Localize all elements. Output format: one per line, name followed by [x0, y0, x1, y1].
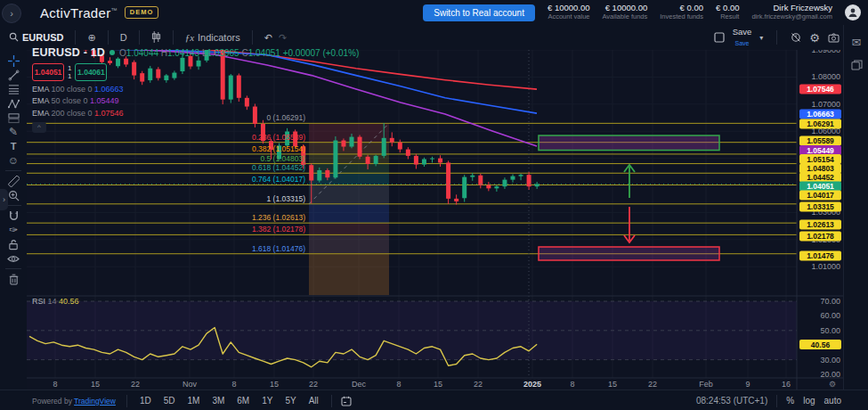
candle-body: [390, 138, 394, 143]
rail-divider: [5, 170, 21, 171]
trend-icon[interactable]: [4, 68, 23, 82]
buy-button[interactable]: 1.04061: [75, 63, 107, 81]
price-badge-text: 1.06291: [807, 119, 834, 128]
layout-icon[interactable]: [714, 32, 725, 43]
range-1m[interactable]: 1M: [187, 396, 199, 406]
account-stat: € 0.00Result: [716, 4, 739, 21]
log-scale-button[interactable]: log: [803, 396, 815, 406]
time-axis-label[interactable]: 15: [608, 380, 617, 389]
symbol-search[interactable]: EURUSD: [9, 32, 63, 44]
fib-band: [309, 143, 389, 154]
bottom-bar: Powered by TradingView 1D5D1M3M6M1Y5YAll…: [0, 390, 868, 410]
crosshair-icon[interactable]: [4, 53, 23, 68]
legend-collapse-button[interactable]: ^: [32, 122, 46, 133]
envelope-icon[interactable]: ✉: [852, 36, 862, 49]
fib-label: 1.618 (1.01476): [252, 244, 305, 253]
time-axis-label[interactable]: 8: [570, 380, 574, 389]
time-axis-label[interactable]: 22: [648, 380, 657, 389]
axis-settings-gear-icon[interactable]: ⚙: [829, 380, 836, 389]
position-icon[interactable]: [4, 111, 23, 125]
alert-off-icon[interactable]: [791, 32, 801, 43]
candle-body: [430, 159, 434, 160]
redo-icon[interactable]: ↷: [279, 32, 287, 44]
time-axis-label[interactable]: 2025: [523, 380, 541, 389]
candle-body: [470, 176, 475, 177]
range-3m[interactable]: 3M: [212, 396, 224, 406]
range-all[interactable]: All: [309, 396, 319, 406]
time-axis-label[interactable]: Feb: [699, 380, 713, 389]
demo-badge: DEMO: [125, 6, 159, 19]
chart-style-button[interactable]: [151, 31, 161, 45]
price-badge-text: 1.03315: [807, 202, 834, 211]
time-axis-label[interactable]: 8: [231, 380, 236, 389]
ema-legend-row[interactable]: EMA 50 close 0 1.05449: [32, 96, 359, 105]
compare-add-button[interactable]: ⊕: [87, 32, 95, 44]
candle-body: [462, 177, 466, 199]
range-5d[interactable]: 5D: [164, 396, 175, 406]
candlestick-icon: [151, 31, 161, 45]
price-badge-text: 1.05154: [807, 155, 834, 164]
menu-collapse-icon[interactable]: ›: [2, 4, 21, 23]
time-axis-label[interactable]: 15: [270, 380, 279, 389]
time-axis-label[interactable]: 16: [782, 380, 791, 389]
price-badge-text: 1.01476: [807, 251, 834, 260]
textT-icon[interactable]: T: [4, 139, 23, 153]
order-widget: 1.04051 11 1.04061: [32, 63, 359, 81]
range-6m[interactable]: 6M: [237, 396, 249, 406]
ema-legend-row[interactable]: EMA 200 close 0 1.07546: [32, 109, 359, 118]
eye-icon[interactable]: [4, 251, 23, 266]
target-rect-up[interactable]: [539, 135, 719, 151]
stat-value: € 0.00: [716, 4, 739, 12]
range-5y[interactable]: 5Y: [285, 396, 296, 406]
candle-body: [374, 156, 378, 164]
save-button[interactable]: Save Save: [733, 28, 752, 47]
pattern-icon[interactable]: [4, 96, 23, 111]
lock-icon[interactable]: [4, 237, 23, 251]
time-axis-label[interactable]: 15: [434, 380, 442, 389]
price-badge-text: 40.56: [811, 340, 831, 349]
undo-icon[interactable]: ↶: [264, 32, 272, 44]
time-axis-label[interactable]: 8: [396, 380, 401, 389]
time-axis-label[interactable]: 22: [309, 380, 318, 389]
chart-legend: EURUSD - 1D O1.04044 H1.04143 L1.03965 C…: [32, 46, 359, 133]
percent-scale-button[interactable]: %: [786, 396, 794, 406]
rail-collapse-icon[interactable]: ›: [0, 189, 8, 210]
sell-button[interactable]: 1.04051: [32, 63, 64, 81]
camera-icon[interactable]: [828, 33, 840, 43]
magnet-icon[interactable]: [4, 209, 23, 223]
drawpin-icon[interactable]: ✑: [4, 223, 23, 237]
candle-body: [511, 176, 515, 180]
go-to-date-icon[interactable]: [341, 396, 352, 406]
time-axis-label[interactable]: 22: [474, 380, 483, 389]
time-axis-label[interactable]: 15: [91, 380, 100, 389]
news-icon[interactable]: [851, 60, 863, 73]
time-axis-label[interactable]: 9: [745, 380, 750, 389]
brush-icon[interactable]: ✎: [4, 125, 23, 139]
ruler-icon[interactable]: [4, 174, 23, 188]
price-badge-text: 1.02178: [807, 232, 834, 241]
switch-to-real-button[interactable]: Switch to Real account: [423, 4, 535, 21]
trash-icon[interactable]: [4, 272, 23, 286]
emoji-icon[interactable]: ☺: [4, 153, 23, 168]
price-badge-text: 1.04051: [807, 182, 834, 191]
chevron-down-icon[interactable]: ▾: [759, 34, 763, 42]
ema-legend-row[interactable]: EMA 100 close 0 1.06663: [32, 85, 359, 94]
gear-icon[interactable]: ⚙: [809, 31, 820, 45]
tradingview-link[interactable]: TradingView: [74, 397, 116, 406]
time-axis-label[interactable]: Nov: [183, 380, 198, 389]
fiblines-icon[interactable]: [4, 82, 23, 96]
time-axis-label[interactable]: 8: [53, 380, 57, 389]
candle-body: [398, 143, 402, 150]
candle-body: [422, 160, 426, 165]
range-1d[interactable]: 1D: [140, 396, 151, 406]
range-1y[interactable]: 1Y: [262, 396, 272, 406]
target-rect-down[interactable]: [539, 247, 719, 260]
clock[interactable]: 08:24:53 (UTC+1): [696, 396, 767, 406]
time-axis-label[interactable]: Dec: [352, 380, 367, 389]
timeframe-button[interactable]: D: [120, 32, 127, 43]
avatar[interactable]: [845, 4, 861, 20]
indicators-button[interactable]: ƒx Indicators: [185, 32, 240, 43]
auto-scale-button[interactable]: auto: [824, 396, 841, 406]
candle-body: [350, 137, 354, 147]
time-axis-label[interactable]: 22: [131, 380, 140, 389]
